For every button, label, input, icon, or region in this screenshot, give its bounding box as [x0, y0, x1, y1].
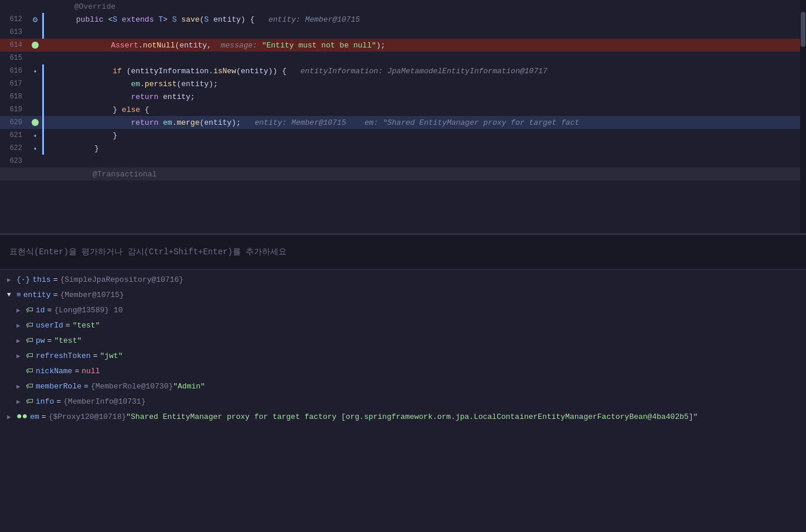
- code-line-614: 614 Assert.notNull(entity, message: "Ent…: [0, 39, 806, 52]
- kw-public: public: [76, 15, 108, 24]
- line-number-616: 616: [0, 67, 28, 75]
- line-number-617: 617: [0, 80, 28, 88]
- var-value-this: {SimpleJpaRepository@10716}: [60, 275, 183, 284]
- line-gutter-621: ⬧: [28, 132, 42, 139]
- var-equals-refreshToken: =: [93, 352, 98, 360]
- debug-var-this[interactable]: ▶ {·} this = {SimpleJpaRepository@10716}: [0, 272, 806, 287]
- var-name-info: info: [36, 397, 54, 406]
- line-number-615: 615: [0, 54, 28, 62]
- line-gutter-612: ⚙: [28, 15, 42, 25]
- var-value-memberRole-str: "Admin": [173, 382, 205, 391]
- var-equals-userId: =: [66, 321, 70, 330]
- var-value-entity: {Member@10715}: [60, 291, 124, 299]
- var-value-em-type: {$Proxy120@10718}: [49, 412, 127, 421]
- line-number-618: 618: [0, 93, 28, 101]
- expand-arrow-memberRole[interactable]: ▶: [16, 383, 26, 390]
- debug-area: ▶ {·} this = {SimpleJpaRepository@10716}…: [0, 270, 806, 531]
- line-number-619: 619: [0, 105, 28, 114]
- expand-arrow-em[interactable]: ▶: [7, 413, 16, 421]
- line-gutter-620: [28, 119, 42, 126]
- var-equals-info: =: [56, 397, 61, 406]
- var-name-id: id: [36, 306, 45, 315]
- editor-area: @Override 612 ⚙ public <S extends T> S s…: [0, 0, 806, 234]
- var-equals-em: =: [42, 412, 46, 421]
- line-number-621: 621: [0, 131, 28, 139]
- var-icon-entity: ≡: [16, 291, 21, 299]
- var-equals-entity: =: [53, 291, 58, 299]
- debug-var-em[interactable]: ▶ ●● em = {$Proxy120@10718} "Shared Enti…: [0, 409, 806, 424]
- scrollbar-thumb[interactable]: [801, 12, 805, 47]
- var-icon-userId: 🏷: [26, 321, 33, 330]
- debug-var-entity[interactable]: ▼ ≡ entity = {Member@10715}: [0, 287, 806, 302]
- expand-arrow-id[interactable]: ▶: [16, 306, 26, 314]
- breakpoint-614[interactable]: [32, 42, 39, 49]
- var-name-refreshToken: refreshToken: [36, 352, 91, 360]
- var-name-memberRole: memberRole: [36, 382, 81, 391]
- debug-var-nickName[interactable]: ▶ 🏷 nickName = null: [0, 363, 806, 378]
- var-value-nickName: null: [81, 367, 100, 376]
- expand-arrow-info[interactable]: ▶: [16, 398, 26, 405]
- debug-var-memberRole[interactable]: ▶ 🏷 memberRole = {MemberRole@10730} "Adm…: [0, 378, 806, 394]
- debug-var-id[interactable]: ▶ 🏷 id = {Long@13589} 10: [0, 302, 806, 318]
- var-equals-pw: =: [47, 336, 52, 345]
- gutter-icon-622: ⬧: [33, 145, 37, 152]
- var-icon-nickName: 🏷: [26, 367, 33, 376]
- var-value-pw: "test": [54, 336, 81, 345]
- code-line-622: 622 ⬧ }: [0, 142, 806, 155]
- line-content-t: @Transactional: [42, 161, 806, 187]
- expand-arrow-entity[interactable]: ▼: [7, 291, 16, 298]
- line-number-614: 614: [0, 41, 28, 49]
- line-number-622: 622: [0, 144, 28, 152]
- line-gutter-616: ⬧: [28, 68, 42, 74]
- var-value-userId: "test": [73, 321, 100, 330]
- var-value-id: {Long@13589} 10: [54, 306, 123, 315]
- expand-arrow-pw[interactable]: ▶: [16, 337, 26, 345]
- var-name-this: this: [32, 275, 50, 284]
- debug-var-info[interactable]: ▶ 🏷 info = {MemberInfo@10731}: [0, 394, 806, 409]
- var-icon-memberRole: 🏷: [26, 382, 33, 391]
- separator-bar: 표현식(Enter)을 평가하거나 감시(Ctrl+Shift+Enter)를 …: [0, 234, 806, 270]
- var-icon-pw: 🏷: [26, 336, 33, 345]
- var-icon-this: {·}: [16, 275, 30, 284]
- var-equals-nickName: =: [74, 367, 79, 376]
- var-name-em: em: [30, 412, 39, 421]
- line-number-613: 613: [0, 28, 28, 36]
- code-line-transactional: @Transactional: [0, 168, 806, 180]
- var-name-pw: pw: [36, 336, 45, 345]
- var-value-refreshToken: "jwt": [100, 352, 123, 360]
- gutter-icon-616: ⬧: [33, 68, 37, 74]
- var-icon-em: ●●: [16, 411, 28, 422]
- scrollbar-track[interactable]: [800, 0, 806, 233]
- debug-arrow-icon: ⚙: [33, 15, 38, 25]
- debug-var-refreshToken[interactable]: ▶ 🏷 refreshToken = "jwt": [0, 348, 806, 363]
- line-number-623: 623: [0, 157, 28, 165]
- code-line-612: 612 ⚙ public <S extends T> S save(S enti…: [0, 13, 806, 26]
- var-name-userId: userId: [36, 321, 63, 330]
- line-number-620: 620: [0, 118, 28, 127]
- expand-arrow-this[interactable]: ▶: [7, 276, 16, 284]
- var-icon-refreshToken: 🏷: [26, 352, 33, 360]
- debug-var-userId[interactable]: ▶ 🏷 userId = "test": [0, 318, 806, 333]
- var-equals-this: =: [53, 275, 58, 284]
- var-value-memberRole: {MemberRole@10730}: [91, 382, 173, 391]
- var-icon-info: 🏷: [26, 397, 33, 406]
- var-name-entity: entity: [23, 291, 51, 299]
- var-equals-memberRole: =: [84, 382, 89, 391]
- debug-var-pw[interactable]: ▶ 🏷 pw = "test": [0, 333, 806, 348]
- breakpoint-620[interactable]: [32, 119, 39, 126]
- var-equals-id: =: [47, 306, 52, 315]
- gutter-icon-621: ⬧: [33, 132, 37, 139]
- expand-arrow-refreshToken[interactable]: ▶: [16, 352, 26, 360]
- separator-hint: 표현식(Enter)을 평가하거나 감시(Ctrl+Shift+Enter)를 …: [9, 247, 287, 257]
- expand-arrow-userId[interactable]: ▶: [16, 322, 26, 329]
- line-gutter-614: [28, 42, 42, 49]
- var-name-nickName: nickName: [36, 367, 72, 376]
- var-icon-id: 🏷: [26, 306, 33, 315]
- line-number-612: 612: [0, 15, 28, 23]
- var-value-em-str: "Shared EntityManager proxy for target f…: [126, 412, 698, 421]
- var-value-info: {MemberInfo@10731}: [63, 397, 145, 406]
- line-gutter-622: ⬧: [28, 145, 42, 152]
